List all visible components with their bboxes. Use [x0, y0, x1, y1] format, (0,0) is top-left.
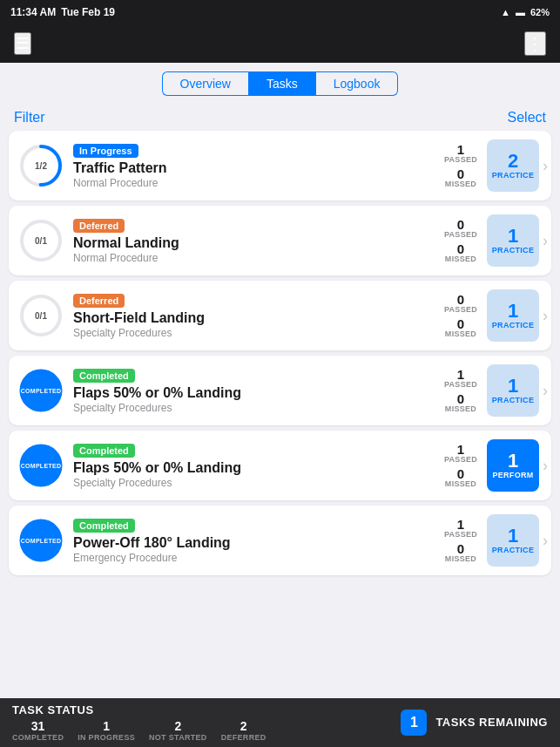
bottom-stat-item: 31 COMPLETED — [12, 719, 64, 742]
tab-bar: Overview Tasks Logbook — [0, 63, 560, 105]
task-card[interactable]: 0/1 Deferred Normal Landing Normal Proce… — [9, 206, 551, 275]
task-stats: 0 PASSED 0 MISSED — [442, 218, 480, 263]
practice-label: PRACTICE — [492, 246, 534, 255]
circle-label: COMPLETED — [21, 388, 62, 394]
missed-stat: 0 MISSED — [445, 467, 476, 488]
bottom-stat-item: 2 NOT STARTED — [149, 719, 207, 742]
task-info: Completed Power-Off 180° Landing Emergen… — [73, 517, 442, 564]
chevron-right-icon: › — [543, 232, 548, 250]
chevron-right-icon: › — [543, 457, 548, 475]
missed-stat: 0 MISSED — [445, 542, 476, 563]
task-name: Normal Landing — [73, 235, 442, 251]
header: ☰ ⋮ — [0, 24, 560, 63]
task-name: Power-Off 180° Landing — [73, 535, 442, 551]
circle-label: COMPLETED — [21, 463, 62, 469]
bottom-stats: 31 COMPLETED 1 IN PROGRESS 2 NOT STARTED… — [12, 719, 267, 742]
chevron-right-icon: › — [543, 382, 548, 400]
filter-bar: Filter Select — [0, 105, 560, 131]
task-sub: Specialty Procedures — [73, 402, 442, 414]
tab-logbook[interactable]: Logbook — [316, 71, 399, 96]
wifi-icon: ▲ — [501, 7, 510, 17]
progress-circle: COMPLETED — [17, 517, 64, 564]
practice-num: 1 — [508, 452, 518, 471]
bottom-stat-label: DEFERRED — [221, 733, 267, 742]
passed-stat: 0 PASSED — [444, 293, 477, 314]
bottom-stat-num: 2 — [174, 719, 181, 733]
practice-button[interactable]: 1 PRACTICE — [487, 214, 539, 267]
tab-overview[interactable]: Overview — [162, 71, 248, 96]
task-status-section: TASK STATUS 31 COMPLETED 1 IN PROGRESS 2… — [12, 703, 267, 742]
passed-stat: 1 PASSED — [444, 518, 477, 539]
practice-num: 1 — [508, 377, 518, 396]
chevron-right-icon: › — [543, 307, 548, 325]
progress-circle: 1/2 — [17, 142, 64, 189]
task-name: Flaps 50% or 0% Landing — [73, 460, 442, 476]
task-name: Short-Field Landing — [73, 310, 442, 326]
practice-button[interactable]: 1 PERFORM — [487, 439, 539, 492]
bottom-stat-num: 2 — [240, 719, 247, 733]
status-bar-left: 11:34 AM Tue Feb 19 — [10, 6, 115, 18]
task-info: Deferred Normal Landing Normal Procedure — [73, 217, 442, 264]
task-info: Deferred Short-Field Landing Specialty P… — [73, 292, 442, 339]
task-badge: Completed — [73, 444, 135, 458]
task-badge: Deferred — [73, 219, 125, 233]
bottom-bar: TASK STATUS 31 COMPLETED 1 IN PROGRESS 2… — [0, 698, 560, 747]
chevron-right-icon: › — [543, 532, 548, 550]
circle-label: 0/1 — [35, 236, 47, 246]
task-stats: 1 PASSED 0 MISSED — [442, 518, 480, 563]
task-name: Traffic Pattern — [73, 160, 442, 176]
progress-circle: 0/1 — [17, 292, 64, 339]
passed-stat: 1 PASSED — [444, 443, 477, 464]
circle-label: 1/2 — [35, 161, 47, 171]
progress-circle: COMPLETED — [17, 442, 64, 489]
bottom-stat-num: 1 — [103, 719, 110, 733]
task-card[interactable]: COMPLETED Completed Flaps 50% or 0% Land… — [9, 431, 551, 500]
menu-button[interactable]: ☰ — [14, 32, 31, 55]
task-sub: Normal Procedure — [73, 177, 442, 189]
task-card[interactable]: COMPLETED Completed Flaps 50% or 0% Land… — [9, 356, 551, 425]
passed-stat: 1 PASSED — [444, 368, 477, 389]
bottom-stat-item: 2 DEFERRED — [221, 719, 267, 742]
bottom-stat-label: NOT STARTED — [149, 733, 207, 742]
tab-tasks[interactable]: Tasks — [248, 71, 316, 96]
task-sub: Normal Procedure — [73, 252, 442, 264]
task-card[interactable]: COMPLETED Completed Power-Off 180° Landi… — [9, 506, 551, 575]
task-card[interactable]: 1/2 In Progress Traffic Pattern Normal P… — [9, 131, 551, 200]
progress-circle: 0/1 — [17, 217, 64, 264]
practice-num: 2 — [508, 152, 518, 171]
bottom-stat-label: IN PROGRESS — [78, 733, 135, 742]
passed-stat: 1 PASSED — [444, 143, 477, 164]
task-status-title: TASK STATUS — [12, 703, 267, 716]
task-badge: Completed — [73, 369, 135, 383]
remaining-label: TASKS REMAINING — [435, 716, 548, 730]
practice-label: PERFORM — [492, 471, 533, 479]
passed-stat: 0 PASSED — [444, 218, 477, 239]
practice-button[interactable]: 1 PRACTICE — [487, 364, 539, 417]
task-stats: 1 PASSED 0 MISSED — [442, 368, 480, 413]
practice-num: 1 — [508, 526, 518, 546]
practice-num: 1 — [508, 227, 518, 246]
filter-button[interactable]: Filter — [14, 110, 45, 126]
task-stats: 1 PASSED 0 MISSED — [442, 143, 480, 188]
practice-label: PRACTICE — [492, 171, 534, 180]
task-badge: In Progress — [73, 144, 138, 158]
bottom-stat-num: 31 — [31, 719, 45, 733]
practice-button[interactable]: 1 PRACTICE — [487, 289, 539, 342]
task-card[interactable]: 0/1 Deferred Short-Field Landing Special… — [9, 281, 551, 350]
practice-button[interactable]: 2 PRACTICE — [487, 139, 539, 192]
task-info: Completed Flaps 50% or 0% Landing Specia… — [73, 442, 442, 489]
select-button[interactable]: Select — [508, 110, 546, 126]
practice-label: PRACTICE — [492, 396, 534, 404]
task-stats: 0 PASSED 0 MISSED — [442, 293, 480, 338]
missed-stat: 0 MISSED — [445, 242, 476, 263]
battery-icon: ▬ — [516, 7, 525, 17]
more-button[interactable]: ⋮ — [524, 31, 546, 56]
practice-label: PRACTICE — [492, 546, 534, 554]
progress-circle: COMPLETED — [17, 367, 64, 414]
task-sub: Emergency Procedure — [73, 552, 442, 564]
circle-label: COMPLETED — [21, 538, 62, 544]
status-bar: 11:34 AM Tue Feb 19 ▲ ▬ 62% — [0, 0, 560, 24]
status-time: 11:34 AM — [10, 6, 56, 18]
task-badge: Deferred — [73, 294, 125, 308]
practice-button[interactable]: 1 PRACTICE — [487, 514, 539, 567]
